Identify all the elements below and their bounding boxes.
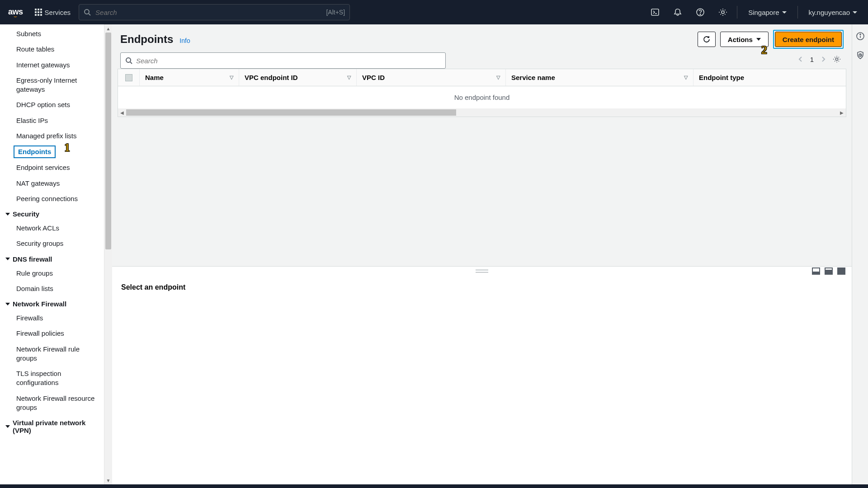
sort-icon[interactable]: ▽ bbox=[347, 75, 351, 80]
sidebar-item-rule-groups[interactable]: Rule groups bbox=[0, 266, 104, 281]
refresh-icon bbox=[703, 35, 711, 43]
sort-icon[interactable]: ▽ bbox=[496, 75, 500, 80]
actions-label: Actions bbox=[728, 36, 753, 43]
scroll-left-icon[interactable]: ◀ bbox=[118, 108, 126, 117]
sidebar-item-peering-connections[interactable]: Peering connections bbox=[0, 191, 104, 206]
sidebar-item-dhcp-option-sets[interactable]: DHCP option sets bbox=[0, 97, 104, 113]
grid-icon bbox=[35, 9, 42, 16]
services-menu[interactable]: Services bbox=[30, 6, 75, 19]
sidebar-group-network-firewall[interactable]: Network Firewall bbox=[0, 296, 104, 310]
col-label: VPC endpoint ID bbox=[245, 74, 298, 81]
sidebar-item-egress-only-igw[interactable]: Egress-only Internet gateways bbox=[0, 73, 104, 98]
info-link[interactable]: Info bbox=[179, 37, 190, 44]
scroll-up-icon[interactable]: ▲ bbox=[104, 24, 112, 33]
table-filter-input[interactable] bbox=[136, 57, 441, 65]
caret-down-icon bbox=[782, 11, 787, 14]
pagination: 1 bbox=[789, 54, 852, 67]
page-number: 1 bbox=[810, 56, 814, 63]
right-tools-rail bbox=[852, 24, 868, 484]
detail-title: Select an endpoint bbox=[121, 283, 843, 291]
actions-button[interactable]: Actions bbox=[720, 32, 769, 47]
sidebar-group-label: Network Firewall bbox=[13, 300, 66, 308]
sidebar-scrollbar[interactable]: ▲ ▼ bbox=[104, 24, 112, 484]
sidebar-item-firewall-policies[interactable]: Firewall policies bbox=[0, 326, 104, 341]
sidebar-item-network-acls[interactable]: Network ACLs bbox=[0, 221, 104, 236]
col-name[interactable]: Name▽ bbox=[140, 69, 239, 86]
scroll-down-icon[interactable]: ▼ bbox=[104, 476, 112, 484]
svg-point-12 bbox=[860, 34, 861, 35]
help-button[interactable] bbox=[691, 3, 710, 22]
account-menu[interactable]: ky.nguyencao bbox=[802, 3, 863, 22]
split-panel-handle[interactable] bbox=[112, 266, 852, 275]
page-prev[interactable] bbox=[797, 56, 804, 62]
sidebar-group-dns-firewall[interactable]: DNS firewall bbox=[0, 252, 104, 266]
svg-point-6 bbox=[722, 11, 724, 14]
table-preferences[interactable] bbox=[833, 55, 841, 63]
notifications-button[interactable] bbox=[668, 3, 687, 22]
layout-bottom-large-icon[interactable] bbox=[825, 267, 833, 275]
sidebar-group-security[interactable]: Security bbox=[0, 206, 104, 221]
region-selector[interactable]: Singapore bbox=[742, 3, 793, 22]
detail-panel: Select an endpoint bbox=[112, 275, 852, 484]
global-search[interactable]: [Alt+S] bbox=[79, 4, 350, 20]
sidebar-item-route-tables[interactable]: Route tables bbox=[0, 42, 104, 57]
sort-icon[interactable]: ▽ bbox=[230, 75, 233, 80]
help-icon bbox=[696, 8, 705, 17]
table-h-scrollbar[interactable]: ◀ ▶ bbox=[118, 108, 846, 117]
settings-button[interactable] bbox=[713, 3, 732, 22]
scroll-thumb[interactable] bbox=[105, 33, 111, 249]
sidebar-group-label: DNS firewall bbox=[13, 255, 52, 263]
col-endpoint-type[interactable]: Endpoint type bbox=[693, 69, 846, 86]
sidebar-item-internet-gateways[interactable]: Internet gateways bbox=[0, 57, 104, 73]
cloudshell-icon bbox=[651, 8, 660, 17]
sidebar-item-managed-prefix-lists[interactable]: Managed prefix lists bbox=[0, 128, 104, 144]
bell-icon bbox=[673, 8, 682, 17]
sidebar-group-label: Security bbox=[13, 210, 39, 218]
table-header: Name▽ VPC endpoint ID▽ VPC ID▽ Service n… bbox=[118, 69, 846, 86]
chevron-down-icon bbox=[5, 213, 10, 216]
svg-line-1 bbox=[89, 14, 90, 15]
sidebar-item-subnets[interactable]: Subnets bbox=[0, 26, 104, 42]
layout-full-icon[interactable] bbox=[837, 267, 845, 275]
sidebar-item-elastic-ips[interactable]: Elastic IPs bbox=[0, 113, 104, 128]
search-shortcut: [Alt+S] bbox=[326, 9, 345, 16]
top-nav: aws ⌣ Services [Alt+S] Singapore ky.nguy… bbox=[0, 0, 868, 24]
col-service-name[interactable]: Service name▽ bbox=[506, 69, 693, 86]
sidebar-item-nat-gateways[interactable]: NAT gateways bbox=[0, 176, 104, 191]
scroll-right-icon[interactable]: ▶ bbox=[838, 108, 846, 117]
chevron-down-icon bbox=[5, 425, 10, 428]
sidebar-group-vpn[interactable]: Virtual private network (VPN) bbox=[0, 415, 104, 437]
refresh-button[interactable] bbox=[698, 32, 716, 47]
global-search-input[interactable] bbox=[95, 9, 321, 16]
sidebar-item-firewalls[interactable]: Firewalls bbox=[0, 310, 104, 326]
page-next[interactable] bbox=[820, 56, 826, 62]
col-vpc-id[interactable]: VPC ID▽ bbox=[357, 69, 506, 86]
table-empty-message: No endpoint found bbox=[118, 86, 846, 108]
cloudshell-button[interactable] bbox=[646, 3, 665, 22]
user-label: ky.nguyencao bbox=[809, 9, 850, 16]
sidebar-item-endpoints[interactable]: Endpoints bbox=[14, 145, 56, 158]
svg-point-9 bbox=[835, 58, 838, 60]
table-filter[interactable] bbox=[120, 52, 446, 69]
help-panel-toggle[interactable] bbox=[856, 51, 865, 60]
sidebar-item-netfw-rule-groups[interactable]: Network Firewall rule groups bbox=[0, 342, 104, 366]
sort-icon[interactable]: ▽ bbox=[684, 75, 688, 80]
select-all-cell[interactable] bbox=[118, 69, 140, 86]
aws-logo[interactable]: aws ⌣ bbox=[8, 7, 23, 17]
scroll-thumb[interactable] bbox=[126, 109, 456, 116]
col-vpc-endpoint-id[interactable]: VPC endpoint ID▽ bbox=[239, 69, 357, 86]
svg-line-8 bbox=[130, 62, 132, 64]
checkbox-icon[interactable] bbox=[125, 74, 132, 81]
col-label: Name bbox=[145, 74, 164, 81]
sidebar-item-netfw-resource-groups[interactable]: Network Firewall resource groups bbox=[0, 391, 104, 416]
sidebar-item-endpoint-services[interactable]: Endpoint services bbox=[0, 160, 104, 175]
sidebar-item-security-groups[interactable]: Security groups bbox=[0, 236, 104, 251]
page-header: Endpoints Info Actions Create endpoint 2 bbox=[112, 24, 852, 52]
info-panel-toggle[interactable] bbox=[856, 32, 865, 41]
create-endpoint-button[interactable]: Create endpoint bbox=[775, 32, 842, 47]
layout-bottom-small-icon[interactable] bbox=[812, 267, 820, 275]
search-icon bbox=[125, 57, 132, 64]
sidebar-item-domain-lists[interactable]: Domain lists bbox=[0, 281, 104, 296]
create-endpoint-label: Create endpoint bbox=[783, 36, 834, 43]
sidebar-item-tls-inspection[interactable]: TLS inspection configurations bbox=[0, 366, 104, 391]
